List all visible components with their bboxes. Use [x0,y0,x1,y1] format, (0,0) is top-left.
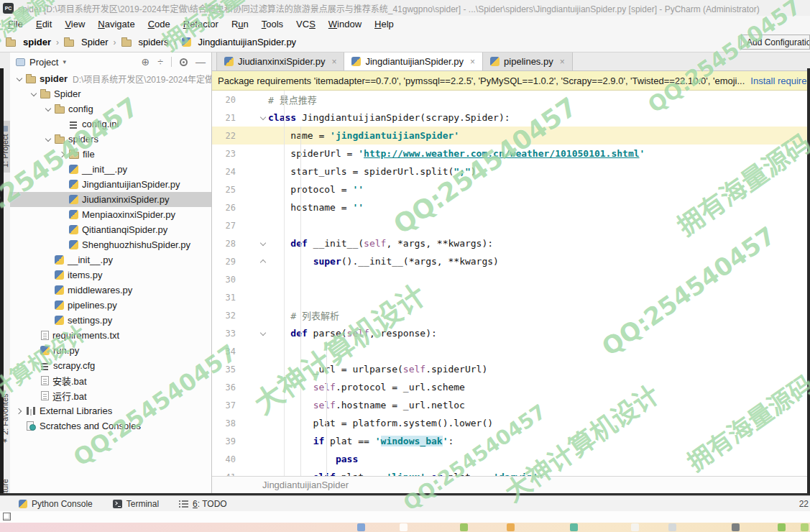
menu-code[interactable]: Code [142,17,177,32]
code-line-20: 20# 景点推荐 [212,91,810,109]
line-number: 29 [212,257,236,267]
tree-item-ShenghuozhishuSpider.py[interactable]: ShenghuozhishuSpider.py [10,237,211,252]
line-number: 35 [212,364,236,375]
code-line-23: 23 spiderUrl = 'http://www.weather.com.c… [212,145,810,162]
tree-item-settings.py[interactable]: settings.py [10,313,211,328]
line-number: 24 [212,167,236,177]
taskbar-icon[interactable] [357,523,365,531]
menu-edit[interactable]: Edit [29,17,58,32]
taskbar-icon[interactable] [732,523,740,531]
tree-item-JingdiantuijianSpider.py[interactable]: JingdiantuijianSpider.py [10,177,211,192]
taskbar-icon[interactable] [400,523,408,531]
editor-breadcrumb-item[interactable]: JingdiantuijianSpider [262,480,349,490]
code-line-22: 22 name = 'jingdiantuijianSpider' [212,127,810,145]
tree-item-label: scrapy.cfg [53,360,95,371]
tab-pipelines.py[interactable]: pipelines.py× [483,52,573,70]
close-tab-icon[interactable]: × [560,57,565,67]
tree-item-QitiantianqiSpider.py[interactable]: QitiantianqiSpider.py [10,222,211,237]
project-panel-title[interactable]: Project [29,57,58,68]
tree-item-安装.bat[interactable]: 安装.bat [10,373,211,388]
tree-item-pipelines.py[interactable]: pipelines.py [10,298,211,313]
tree-item-file[interactable]: file [10,147,211,162]
taskbar-icon[interactable] [631,523,639,531]
chevron-expanded-icon[interactable] [42,133,55,146]
folder-icon [64,40,74,47]
statusbar-terminal[interactable]: Terminal [113,499,159,509]
line-number: 21 [212,113,236,123]
code-text: if plat == 'windows_bak': [236,436,454,446]
tree-item-External-Libraries[interactable]: External Libraries [10,403,211,418]
menu-vcs[interactable]: VCS [290,17,322,32]
menu-navigate[interactable]: Navigate [91,17,141,32]
caret-position[interactable]: 22 [799,499,809,509]
tree-item-config[interactable]: config [10,101,211,116]
tree-item-label: items.py [68,270,102,280]
tree-item-items.py[interactable]: items.py [10,267,211,283]
close-tab-icon[interactable]: × [331,57,336,67]
taskbar-icon[interactable] [570,523,578,531]
chevron-expanded-icon[interactable] [27,88,40,101]
line-number: 31 [212,293,236,303]
tree-item-config.ini[interactable]: config.ini [10,116,211,132]
gear-icon[interactable] [180,58,188,66]
tree-item-JiudianxinxiSpider.py[interactable]: JiudianxinxiSpider.py [10,192,211,207]
divider [171,57,172,67]
menu-run[interactable]: Run [225,17,255,32]
chevron-collapsed-icon[interactable] [56,148,69,161]
folder-icon [40,91,50,98]
chevron-expanded-icon[interactable] [42,103,55,116]
tree-item-middlewares.py[interactable]: middlewares.py [10,283,211,298]
close-tab-icon[interactable]: × [470,57,475,67]
tree-item-__init__.py[interactable]: __init__.py [10,162,211,177]
locate-file-icon[interactable]: ⊕ [142,56,150,68]
breadcrumb-item[interactable]: JingdiantuijianSpider.py [182,37,297,47]
collapse-all-icon[interactable]: ÷ [157,56,163,68]
chevron-down-icon[interactable]: ▾ [63,58,66,65]
taskbar-icon[interactable] [778,523,786,531]
breadcrumb-item[interactable]: spider [6,37,51,47]
code-text: self.protocol = _url.scheme [236,382,465,393]
py-icon [55,270,64,280]
line-number: 25 [212,185,236,195]
ini-icon [40,361,50,370]
tree-item-spider[interactable]: spiderD:\项目系统开发区\2019-2024年定做\结合爬虫和协同过滤 [10,71,211,86]
tree-item-scrapy.cfg[interactable]: scrapy.cfg [10,358,211,373]
code-line-21: 21class JingdiantuijianSpider(scrapy.Spi… [212,109,810,127]
statusbar-todo[interactable]: 6: TODO [179,499,227,509]
taskbar-icon[interactable] [801,523,809,531]
tab-JiudianxinxiSpider.py[interactable]: JiudianxinxiSpider.py× [216,52,344,70]
restore-windows-icon[interactable] [3,513,11,520]
taskbar-icon[interactable] [668,523,676,531]
window-border [807,68,810,493]
tab-label: JingdiantuijianSpider.py [365,56,464,67]
tree-item-run.py[interactable]: run.py [10,343,211,358]
tree-item-requirements.txt[interactable]: requirements.txt [10,328,211,343]
menu-view[interactable]: View [58,17,91,32]
chevron-collapsed-icon[interactable] [13,405,26,418]
menu-tools[interactable]: Tools [255,17,290,32]
statusbar-python[interactable]: Python Console [19,499,93,509]
menu-help[interactable]: Help [368,17,400,32]
tree-item-Spider[interactable]: Spider [10,86,211,101]
ini-icon [69,119,78,129]
tree-item-__init__.py[interactable]: __init__.py [10,252,211,267]
menu-window[interactable]: Window [322,17,368,32]
breadcrumb-item[interactable]: Spider [64,37,109,47]
tree-item-MenpiaoxinxiSpider.py[interactable]: MenpiaoxinxiSpider.py [10,207,211,222]
tree-item-Scratches-and-Consoles[interactable]: Scratches and Consoles [10,418,211,434]
taskbar-icon[interactable] [460,523,468,531]
install-requirements-link[interactable]: Install requirements [750,75,810,86]
tree-item-运行.bat[interactable]: 运行.bat [10,388,211,403]
hide-panel-icon[interactable]: — [195,56,206,68]
taskbar-icon[interactable] [507,523,515,531]
navigation-bar: spider›Spider›spiders›JingdiantuijianSpi… [0,32,810,52]
tab-JingdiantuijianSpider.py[interactable]: JingdiantuijianSpider.py× [344,52,483,70]
breadcrumb-item[interactable]: spiders [121,37,169,47]
menu-refactor[interactable]: Refactor [177,17,225,32]
chevron-expanded-icon[interactable] [13,73,26,86]
code-editor[interactable]: 20# 景点推荐21class JingdiantuijianSpider(sc… [212,91,810,476]
add-configuration-button[interactable]: Add Configuration... [741,35,810,50]
txt-icon [41,391,49,400]
menu-file[interactable]: File [1,17,29,32]
tree-item-spiders[interactable]: spiders [10,132,211,147]
